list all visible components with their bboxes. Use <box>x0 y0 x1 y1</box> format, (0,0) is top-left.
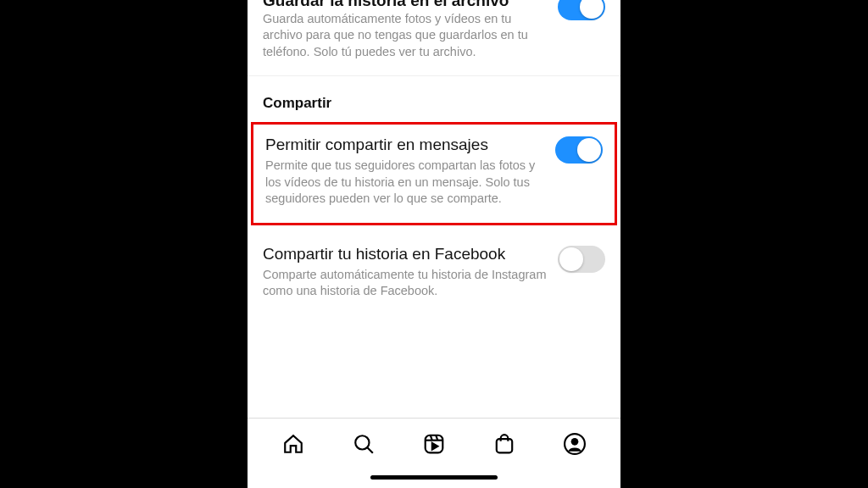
setting-share-facebook-text: Compartir tu historia en Facebook Compar… <box>263 244 558 300</box>
setting-share-facebook: Compartir tu historia en Facebook Compar… <box>248 232 620 312</box>
toggle-allow-share[interactable] <box>555 136 603 164</box>
home-indicator <box>370 475 498 480</box>
setting-allow-share-title: Permitir compartir en mensajes <box>265 135 547 156</box>
reels-icon[interactable] <box>423 433 445 455</box>
setting-allow-share-desc: Permite que tus seguidores compartan las… <box>265 158 547 208</box>
search-icon[interactable] <box>353 433 375 455</box>
section-header-share: Compartir <box>248 76 620 120</box>
settings-content: Guardar la historia en el archivo Guarda… <box>248 0 620 418</box>
setting-share-facebook-title: Compartir tu historia en Facebook <box>263 244 549 265</box>
profile-icon[interactable] <box>564 433 586 455</box>
svg-rect-6 <box>497 439 512 452</box>
shop-icon[interactable] <box>493 433 515 455</box>
svg-point-8 <box>571 437 579 445</box>
setting-share-facebook-desc: Comparte automáticamente tu historia de … <box>263 267 549 300</box>
setting-archive-title: Guardar la historia en el archivo <box>263 0 549 11</box>
bottom-nav <box>248 418 620 469</box>
toggle-archive[interactable] <box>558 0 605 20</box>
toggle-share-facebook[interactable] <box>558 246 605 273</box>
svg-line-1 <box>367 447 373 453</box>
toggle-archive-knob <box>580 0 604 19</box>
setting-allow-share-text: Permitir compartir en mensajes Permite q… <box>265 135 555 207</box>
phone-frame: Guardar la historia en el archivo Guarda… <box>248 0 620 488</box>
setting-archive-desc: Guarda automáticamente fotos y vídeos en… <box>263 11 549 61</box>
setting-allow-share-highlighted: Permitir compartir en mensajes Permite q… <box>251 122 617 225</box>
home-icon[interactable] <box>282 433 304 455</box>
toggle-share-facebook-knob <box>559 247 583 271</box>
svg-point-0 <box>355 435 369 449</box>
setting-archive-text: Guardar la historia en el archivo Guarda… <box>263 0 558 60</box>
toggle-allow-share-knob <box>577 138 601 162</box>
setting-save-archive: Guardar la historia en el archivo Guarda… <box>248 0 620 72</box>
